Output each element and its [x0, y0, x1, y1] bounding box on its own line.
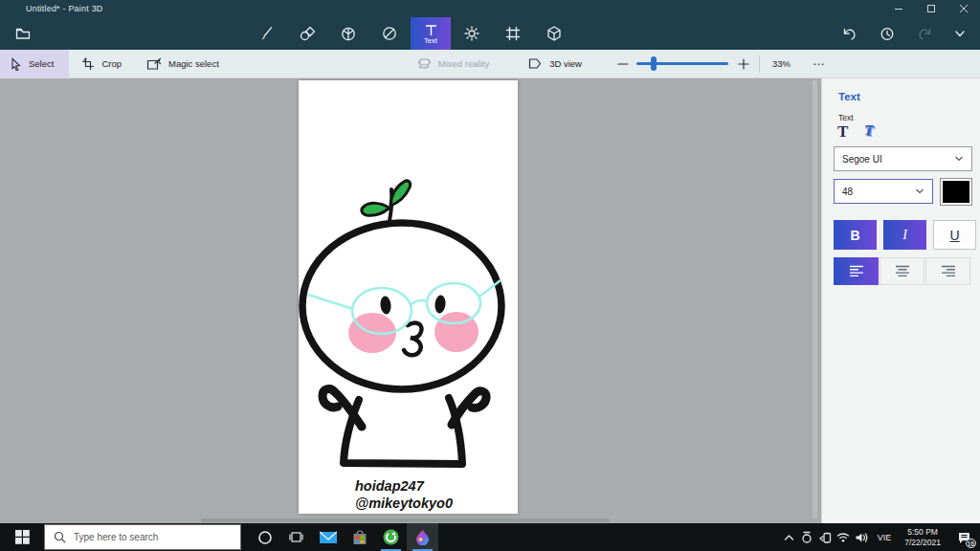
zoom-out-button[interactable]: [610, 50, 636, 78]
align-right-button[interactable]: [925, 257, 970, 285]
canvas-tool[interactable]: [493, 17, 533, 50]
coccoc-browser-button[interactable]: [375, 523, 407, 551]
speaker-icon: [855, 532, 868, 543]
select-button[interactable]: Select: [0, 50, 69, 78]
chevron-down-icon: [952, 26, 968, 41]
crop-button[interactable]: Crop: [69, 50, 134, 78]
stickers-tool[interactable]: [369, 17, 410, 50]
mixed-reality-icon: [416, 57, 432, 70]
selection-toolbar: Select Crop Magic select Mixed reality 3…: [0, 50, 980, 78]
bold-button[interactable]: B: [834, 220, 877, 250]
menu-button[interactable]: [3, 17, 43, 50]
zoom-percent[interactable]: 33%: [760, 50, 803, 78]
2d-shapes-tool[interactable]: [287, 17, 327, 50]
magic-select-label: Magic select: [168, 58, 219, 69]
cortana-icon: [257, 530, 273, 545]
start-button[interactable]: [0, 523, 44, 551]
history-button[interactable]: [867, 17, 907, 50]
mixed-reality-button[interactable]: Mixed reality: [404, 50, 501, 78]
align-center-icon: [895, 265, 910, 277]
2d-shapes-icon: [298, 24, 317, 43]
font-family-select[interactable]: Segoe UI: [834, 146, 972, 171]
panel-title: Text: [838, 91, 860, 102]
task-view-button[interactable]: [280, 523, 312, 551]
underline-button[interactable]: U: [933, 220, 976, 250]
mail-button[interactable]: [312, 523, 344, 551]
notification-badge: 16: [966, 539, 976, 548]
chevron-down-icon: [915, 187, 924, 195]
clock-date: 7/22/2021: [904, 538, 941, 548]
paint-3d-button[interactable]: [407, 523, 438, 551]
volume-tray-icon[interactable]: [853, 523, 871, 551]
3d-library-icon: [545, 24, 564, 43]
tray-expand-button[interactable]: [780, 523, 798, 551]
mixed-reality-label: Mixed reality: [438, 58, 489, 69]
underline-label: U: [949, 228, 959, 243]
3d-shapes-icon: [339, 24, 358, 43]
text-color-swatch[interactable]: [941, 179, 971, 205]
canvas-icon: [503, 24, 523, 43]
brushes-tool[interactable]: [246, 17, 286, 50]
update-icon: [801, 531, 813, 543]
text-type-label: Text: [838, 113, 854, 122]
align-left-icon: [849, 265, 864, 277]
close-button[interactable]: [947, 0, 980, 17]
minimize-button[interactable]: [882, 0, 915, 17]
cortana-button[interactable]: [249, 523, 280, 551]
sprout-leaf-left: [362, 203, 389, 215]
3d-library-tool[interactable]: [534, 17, 574, 50]
vertical-scrollbar[interactable]: [813, 80, 817, 518]
font-family-value: Segoe UI: [842, 154, 882, 165]
store-icon: [352, 530, 368, 545]
text-tool[interactable]: Text: [411, 17, 451, 50]
paint-3d-icon: [414, 529, 431, 545]
taskbar-search[interactable]: [44, 524, 241, 550]
3d-view-icon: [527, 57, 543, 70]
italic-button[interactable]: I: [883, 220, 926, 250]
phone-link-icon: [819, 532, 832, 543]
folder-icon: [14, 25, 32, 42]
align-center-button[interactable]: [880, 257, 924, 285]
history-expand-button[interactable]: [940, 17, 980, 50]
window-title: Untitled* - Paint 3D: [26, 4, 103, 13]
character-head: [302, 223, 501, 389]
magic-select-button[interactable]: Magic select: [134, 50, 232, 78]
character-drawing: hoidap247 @mikeytokyo0: [299, 80, 518, 514]
undo-button[interactable]: [829, 17, 869, 50]
zoom-slider-thumb[interactable]: [651, 56, 657, 71]
effects-tool[interactable]: [452, 17, 492, 50]
search-input[interactable]: [74, 532, 217, 542]
align-right-icon: [941, 265, 956, 277]
zoom-in-button[interactable]: [728, 50, 759, 78]
align-left-button[interactable]: [834, 257, 879, 285]
chevron-up-icon: [784, 534, 794, 541]
font-size-select[interactable]: 48: [834, 179, 933, 204]
magic-select-icon: [146, 57, 162, 71]
store-button[interactable]: [344, 523, 375, 551]
phone-tray-icon[interactable]: [816, 523, 835, 551]
caption-line-1: hoidap247: [355, 478, 425, 494]
drawing-canvas[interactable]: hoidap247 @mikeytokyo0: [299, 80, 518, 514]
network-tray-icon[interactable]: [835, 523, 853, 551]
zoom-slider[interactable]: [636, 62, 728, 65]
notification-center-button[interactable]: 16: [947, 523, 980, 551]
horizontal-scrollbar[interactable]: [201, 518, 610, 522]
bold-label: B: [850, 228, 859, 243]
search-icon: [54, 531, 66, 543]
3d-text-button[interactable]: T: [865, 123, 874, 140]
update-tray-icon[interactable]: [798, 523, 816, 551]
taskbar-clock[interactable]: 5:50 PM 7/22/2021: [898, 527, 947, 547]
text-tool-label: Text: [424, 37, 437, 44]
main-toolbar: Text: [0, 17, 980, 50]
windows-logo-icon: [15, 530, 30, 544]
3d-view-button[interactable]: 3D view: [515, 50, 594, 78]
undo-icon: [840, 25, 858, 42]
maximize-button[interactable]: [915, 0, 947, 17]
language-indicator[interactable]: VIE: [871, 533, 899, 542]
italic-label: I: [902, 228, 907, 243]
plus-icon: [738, 58, 749, 70]
more-options-button[interactable]: …: [803, 50, 835, 78]
windows-taskbar: VIE 5:50 PM 7/22/2021 16: [0, 523, 980, 551]
2d-text-button[interactable]: T: [837, 122, 848, 142]
3d-shapes-tool[interactable]: [328, 17, 368, 50]
